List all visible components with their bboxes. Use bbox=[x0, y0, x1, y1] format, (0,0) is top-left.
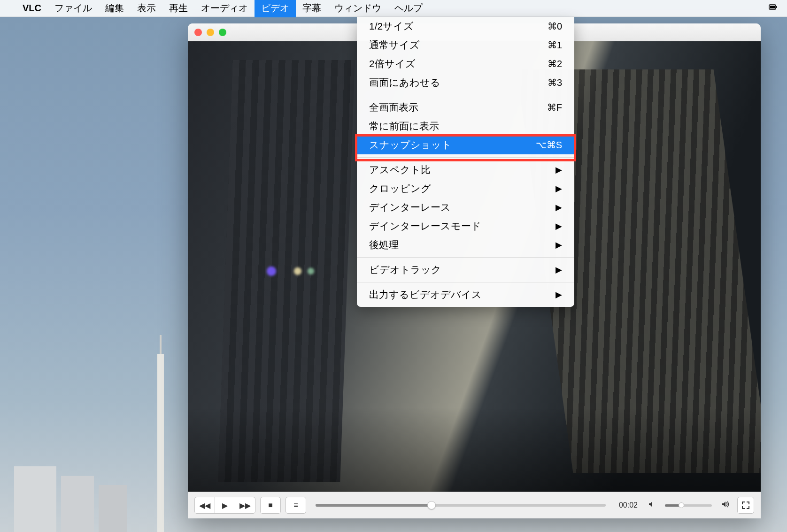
menu-item-2倍サイズ[interactable]: 2倍サイズ⌘2 bbox=[357, 54, 574, 73]
menu-item-shortcut: ⌘1 bbox=[548, 39, 562, 51]
macos-menubar: VLC ファイル 編集 表示 再生 オーディオ ビデオ 字幕 ウィンドウ ヘルプ bbox=[0, 0, 787, 17]
elapsed-time[interactable]: 00:02 bbox=[615, 501, 641, 509]
menu-separator bbox=[357, 257, 574, 258]
menu-item-デインターレース[interactable]: デインターレース▶ bbox=[357, 198, 574, 217]
forward-button[interactable]: ▶▶ bbox=[235, 497, 255, 514]
menu-item-label: スナップショット bbox=[369, 138, 452, 152]
submenu-arrow-icon: ▶ bbox=[556, 265, 562, 275]
menu-item-shortcut: ⌘2 bbox=[548, 58, 562, 69]
volume-thumb[interactable] bbox=[679, 502, 684, 508]
menu-item-通常サイズ[interactable]: 通常サイズ⌘1 bbox=[357, 36, 574, 54]
menu-item-label: デインターレース bbox=[369, 201, 451, 214]
volume-high-icon[interactable] bbox=[719, 501, 733, 510]
menu-help[interactable]: ヘルプ bbox=[388, 0, 429, 17]
menu-item-常に前面に表示[interactable]: 常に前面に表示 bbox=[357, 117, 574, 136]
submenu-arrow-icon: ▶ bbox=[556, 240, 562, 250]
menu-item-label: 画面にあわせる bbox=[369, 76, 440, 89]
battery-icon[interactable] bbox=[768, 2, 778, 14]
svg-rect-1 bbox=[776, 6, 777, 8]
menu-item-shortcut: ⌘3 bbox=[548, 77, 562, 88]
menu-item-shortcut: ⌘0 bbox=[548, 21, 562, 32]
menu-item-1/2サイズ[interactable]: 1/2サイズ⌘0 bbox=[357, 17, 574, 36]
play-button[interactable]: ▶ bbox=[215, 497, 235, 514]
menu-item-shortcut: ⌘F bbox=[547, 102, 562, 113]
menu-item-出力するビデオデバイス[interactable]: 出力するビデオデバイス▶ bbox=[357, 285, 574, 304]
seek-slider[interactable] bbox=[316, 504, 606, 507]
menu-item-ビデオトラック[interactable]: ビデオトラック▶ bbox=[357, 260, 574, 279]
video-menu-dropdown: 1/2サイズ⌘0通常サイズ⌘12倍サイズ⌘2画面にあわせる⌘3全画面表示⌘F常に… bbox=[357, 17, 574, 307]
menu-audio[interactable]: オーディオ bbox=[194, 0, 255, 17]
menu-item-label: 1/2サイズ bbox=[369, 20, 414, 33]
close-window-icon[interactable] bbox=[194, 29, 202, 36]
menu-item-画面にあわせる[interactable]: 画面にあわせる⌘3 bbox=[357, 73, 574, 92]
menu-subtitles[interactable]: 字幕 bbox=[296, 0, 328, 17]
minimize-window-icon[interactable] bbox=[207, 29, 214, 36]
menu-separator bbox=[357, 95, 574, 95]
menu-item-label: デインターレースモード bbox=[369, 220, 481, 233]
menu-item-デインターレースモード[interactable]: デインターレースモード▶ bbox=[357, 217, 574, 236]
submenu-arrow-icon: ▶ bbox=[556, 221, 562, 231]
menu-file[interactable]: ファイル bbox=[48, 0, 99, 17]
volume-low-icon[interactable] bbox=[646, 501, 657, 510]
bg-buildings bbox=[0, 391, 164, 532]
menu-item-アスペクト比[interactable]: アスペクト比▶ bbox=[357, 160, 574, 179]
playlist-button[interactable]: ≡ bbox=[285, 497, 306, 514]
seek-progress bbox=[316, 504, 432, 507]
maximize-window-icon[interactable] bbox=[219, 29, 226, 36]
menu-item-label: 通常サイズ bbox=[369, 38, 420, 52]
submenu-arrow-icon: ▶ bbox=[556, 289, 562, 300]
menu-separator bbox=[357, 282, 574, 282]
fullscreen-button[interactable] bbox=[737, 497, 754, 514]
menu-item-label: 2倍サイズ bbox=[369, 57, 416, 70]
menu-item-label: 後処理 bbox=[369, 238, 399, 251]
menu-item-全画面表示[interactable]: 全画面表示⌘F bbox=[357, 98, 574, 117]
menu-view[interactable]: 表示 bbox=[131, 0, 162, 17]
menu-item-後処理[interactable]: 後処理▶ bbox=[357, 236, 574, 254]
submenu-arrow-icon: ▶ bbox=[556, 183, 562, 194]
menu-item-label: アスペクト比 bbox=[369, 163, 431, 176]
menu-item-クロッピング[interactable]: クロッピング▶ bbox=[357, 179, 574, 198]
menu-app-name[interactable]: VLC bbox=[16, 3, 48, 14]
menu-item-スナップショット[interactable]: スナップショット⌥⌘S bbox=[357, 136, 574, 154]
stop-button[interactable]: ■ bbox=[260, 497, 281, 514]
menu-item-label: 全画面表示 bbox=[369, 101, 418, 114]
submenu-arrow-icon: ▶ bbox=[556, 202, 562, 213]
menu-separator bbox=[357, 157, 574, 158]
menu-window[interactable]: ウィンドウ bbox=[328, 0, 388, 17]
menu-item-label: 出力するビデオデバイス bbox=[369, 288, 482, 301]
menu-playback[interactable]: 再生 bbox=[162, 0, 194, 17]
menu-item-shortcut: ⌥⌘S bbox=[536, 139, 562, 151]
volume-slider[interactable] bbox=[665, 504, 712, 507]
menu-edit[interactable]: 編集 bbox=[99, 0, 131, 17]
menu-video[interactable]: ビデオ bbox=[255, 0, 296, 17]
traffic-lights bbox=[194, 29, 226, 36]
menu-item-label: 常に前面に表示 bbox=[369, 120, 439, 133]
menu-item-label: ビデオトラック bbox=[369, 263, 441, 276]
menu-item-label: クロッピング bbox=[369, 182, 431, 195]
playback-group: ◀◀ ▶ ▶▶ bbox=[194, 497, 255, 514]
rewind-button[interactable]: ◀◀ bbox=[194, 497, 215, 514]
seek-thumb[interactable] bbox=[427, 501, 436, 509]
submenu-arrow-icon: ▶ bbox=[556, 165, 562, 175]
svg-rect-2 bbox=[770, 6, 775, 8]
player-controls: ◀◀ ▶ ▶▶ ■ ≡ 00:02 bbox=[188, 492, 761, 518]
